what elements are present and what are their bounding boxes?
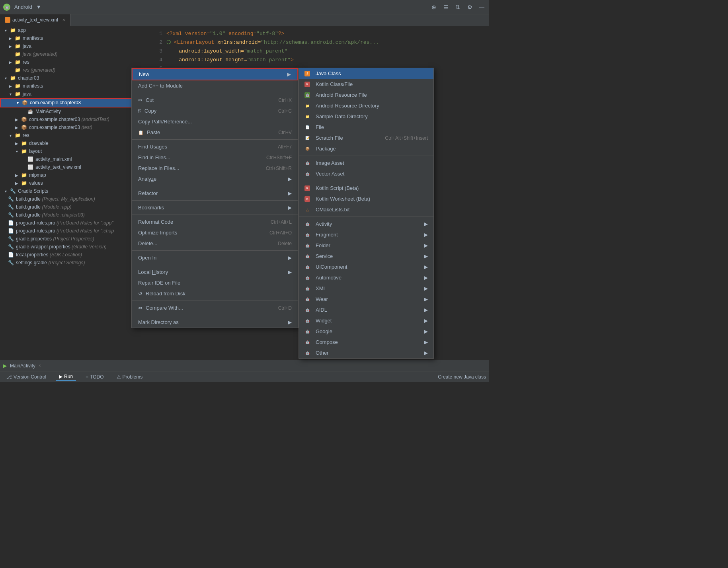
tree-build-app[interactable]: 🔧 build.gradle (Module :app)	[0, 203, 151, 211]
tree-values[interactable]: ▶ 📁 values	[0, 179, 151, 187]
menu-item-reformat[interactable]: Reformat Code Ctrl+Alt+L	[132, 217, 298, 227]
submenu-kotlin-class[interactable]: K Kotlin Class/File	[299, 79, 433, 90]
submenu-image-asset[interactable]: 🤖 Image Asset	[299, 158, 433, 168]
menu-item-delete[interactable]: Delete... Delete	[132, 238, 298, 249]
project-dropdown[interactable]: ▼	[36, 4, 41, 10]
tree-local-props[interactable]: 📄 local.properties (SDK Location)	[0, 251, 151, 259]
compose-label: 🤖 Compose	[304, 339, 338, 345]
submenu-xml[interactable]: 🤖 XML ▶	[299, 283, 433, 294]
divider-6	[132, 250, 298, 251]
run-tab-icon: ▶	[59, 374, 62, 379]
structure-icon[interactable]: ☰	[441, 3, 450, 12]
submenu-vector-asset[interactable]: 🤖 Vector Asset	[299, 168, 433, 179]
submenu-kotlin-worksheet[interactable]: K Kotlin Worksheet (Beta)	[299, 193, 433, 204]
tree-ch-res[interactable]: ▾ 📁 res	[0, 131, 151, 139]
activity-label: 🤖 Activity	[304, 221, 332, 227]
sub-divider-2	[299, 181, 433, 181]
menu-item-findinfiles[interactable]: Find in Files... Ctrl+Shift+F	[132, 152, 298, 163]
submenu-compose[interactable]: 🤖 Compose ▶	[299, 337, 433, 347]
menu-item-cut[interactable]: Cut Ctrl+X	[132, 95, 298, 105]
label-gradle-scripts: Gradle Scripts	[18, 188, 48, 194]
submenu-uicomponent[interactable]: 🤖 UiComponent ▶	[299, 262, 433, 272]
tree-proguard2[interactable]: 📄 proguard-rules.pro (ProGuard Rules for…	[0, 227, 151, 235]
tree-activity-main[interactable]: ⬜ activity_main.xml	[0, 155, 151, 163]
tree-mipmap[interactable]: ▶ 📁 mipmap	[0, 171, 151, 179]
submenu-activity[interactable]: 🤖 Activity ▶	[299, 219, 433, 229]
tree-mainactivity[interactable]: ☕ MainActivity	[0, 107, 151, 115]
submenu-aidl[interactable]: 🤖 AIDL ▶	[299, 304, 433, 315]
submenu-android-res-dir[interactable]: 📁 Android Resource Directory	[299, 100, 433, 111]
submenu-sample-data[interactable]: 📁 Sample Data Directory	[299, 111, 433, 122]
submenu-automotive[interactable]: 🤖 Automotive ▶	[299, 272, 433, 283]
submenu-service[interactable]: 🤖 Service ▶	[299, 251, 433, 262]
tree-activity-textview[interactable]: ⬜ activity_text_view.xml	[0, 163, 151, 171]
menu-item-analyze[interactable]: Analyze ▶	[132, 174, 298, 184]
tree-build-chapter03[interactable]: 🔧 build.gradle (Module :chapter03)	[0, 211, 151, 219]
tree-build-project[interactable]: 🔧 build.gradle (Project: My_Application)	[0, 195, 151, 203]
menu-item-openin[interactable]: Open In ▶	[132, 252, 298, 263]
tree-gradle-scripts[interactable]: ▾ 🔧 Gradle Scripts	[0, 187, 151, 195]
menu-item-copypath[interactable]: Copy Path/Reference...	[132, 116, 298, 127]
settings-icon[interactable]: ⚙	[465, 3, 474, 12]
tree-java[interactable]: ▶ 📁 java	[0, 42, 151, 50]
submenu-file[interactable]: 📄 File	[299, 122, 433, 133]
minimize-icon[interactable]: —	[477, 3, 486, 12]
menu-item-markdir[interactable]: Mark Directory as ▶	[132, 317, 298, 328]
tab-problems[interactable]: ⚠ Problems	[113, 373, 146, 381]
filter-icon[interactable]: ⇅	[453, 3, 462, 12]
tab-version-control[interactable]: ⎇ Version Control	[3, 373, 49, 381]
menu-item-copy[interactable]: Copy Ctrl+C	[132, 105, 298, 116]
tree-pkg-test2[interactable]: ▶ 📦 com.example.chapter03 (test)	[0, 123, 151, 131]
add-icon[interactable]: ⊕	[429, 3, 438, 12]
menu-item-addcpp[interactable]: Add C++ to Module	[132, 80, 298, 91]
tree-manifests[interactable]: ▶ 📁 manifests	[0, 34, 151, 42]
menu-item-localhistory[interactable]: Local History ▶	[132, 267, 298, 277]
tree-chapter03[interactable]: ▾ 📁 chapter03	[0, 74, 151, 82]
submenu-cmake[interactable]: △ CMakeLists.txt	[299, 204, 433, 215]
submenu-widget[interactable]: 🤖 Widget ▶	[299, 315, 433, 326]
tree-layout[interactable]: ▾ 📁 layout	[0, 147, 151, 155]
tree-ch-java[interactable]: ▾ 📁 java	[0, 90, 151, 98]
submenu-package[interactable]: 📦 Package	[299, 143, 433, 154]
tree-gradle-wrapper[interactable]: 🔧 gradle-wrapper.properties (Gradle Vers…	[0, 243, 151, 251]
submenu-wear[interactable]: 🤖 Wear ▶	[299, 294, 433, 304]
menu-item-refactor[interactable]: Refactor ▶	[132, 188, 298, 199]
submenu-kotlin-script[interactable]: K Kotlin Script (Beta)	[299, 183, 433, 193]
tab-run[interactable]: ▶ Run	[56, 373, 76, 381]
submenu-fragment[interactable]: 🤖 Fragment ▶	[299, 229, 433, 240]
tree-proguard1[interactable]: 📄 proguard-rules.pro (ProGuard Rules for…	[0, 219, 151, 227]
tree-res-gen[interactable]: 📁 res (generated)	[0, 66, 151, 74]
menu-item-reload[interactable]: Reload from Disk	[132, 288, 298, 299]
menu-item-paste[interactable]: Paste Ctrl+V	[132, 127, 298, 138]
tree-drawable[interactable]: ▶ 📁 drawable	[0, 139, 151, 147]
menu-item-new[interactable]: New ▶	[132, 68, 298, 80]
menu-item-optimize[interactable]: Optimize Imports Ctrl+Alt+O	[132, 227, 298, 238]
tree-java-gen[interactable]: 📁 java (generated)	[0, 50, 151, 58]
submenu-android-res-file[interactable]: 🤖 Android Resource File	[299, 90, 433, 100]
wear-icon: 🤖	[304, 297, 310, 302]
tree-app[interactable]: ▾ 📁 app	[0, 26, 151, 34]
submenu-scratch[interactable]: 📝 Scratch File Ctrl+Alt+Shift+Insert	[299, 133, 433, 143]
menu-item-repairide[interactable]: Repair IDE on File	[132, 277, 298, 288]
submenu-java-class[interactable]: J Java Class	[299, 68, 433, 79]
menu-item-findusages[interactable]: Find Usages Alt+F7	[132, 141, 298, 152]
widget-label: 🤖 Widget	[304, 318, 332, 324]
tree-settings-gradle[interactable]: 🔧 settings.gradle (Project Settings)	[0, 259, 151, 267]
tree-pkg-main[interactable]: ▾ 📦 com.example.chapter03	[0, 98, 151, 107]
tab-close[interactable]: ×	[62, 17, 65, 23]
tree-pkg-test[interactable]: ▶ 📦 com.example.chapter03 (androidTest)	[0, 115, 151, 123]
submenu-google[interactable]: 🤖 Google ▶	[299, 326, 433, 337]
menu-item-replaceinfiles[interactable]: Replace in Files... Ctrl+Shift+R	[132, 163, 298, 174]
widget-icon: 🤖	[304, 318, 310, 324]
submenu-other[interactable]: 🤖 Other ▶	[299, 347, 433, 358]
tree-ch-manifests[interactable]: ▶ 📁 manifests	[0, 82, 151, 90]
run-close[interactable]: ×	[39, 363, 41, 368]
tab-todo[interactable]: ≡ TODO	[82, 373, 107, 381]
submenu-folder[interactable]: 🤖 Folder ▶	[299, 240, 433, 251]
markdir-label: Mark Directory as	[138, 319, 179, 325]
editor-tab[interactable]: activity_text_view.xml ×	[0, 14, 70, 26]
tree-gradle-props[interactable]: 🔧 gradle.properties (Project Properties)	[0, 235, 151, 243]
tree-res[interactable]: ▶ 📁 res	[0, 58, 151, 66]
menu-item-compare[interactable]: Compare With... Ctrl+D	[132, 303, 298, 313]
menu-item-bookmarks[interactable]: Bookmarks ▶	[132, 202, 298, 213]
